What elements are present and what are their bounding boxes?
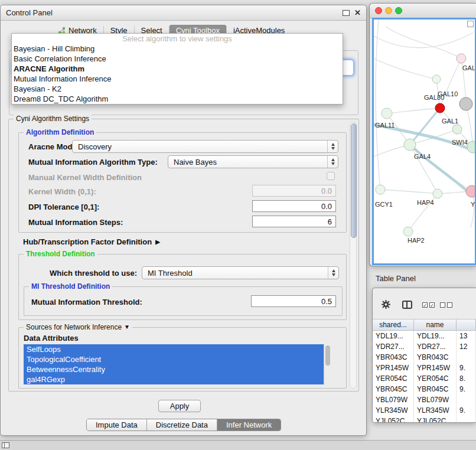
algorithm-definition-title: Algorithm Definition (24, 128, 96, 136)
network-edge[interactable] (374, 58, 436, 79)
table-cell: YPR145W (414, 363, 457, 373)
table-cell: YBR043C (373, 352, 414, 363)
kernel-width-label: Kernel Width (0,1): (28, 187, 96, 196)
tab-infer-network[interactable]: Infer Network (217, 419, 281, 431)
network-node[interactable] (432, 75, 441, 83)
panel-dock-icon[interactable] (2, 442, 9, 448)
table-row[interactable]: YJL052CYJL052C (373, 416, 476, 422)
list-item-selected[interactable]: TopologicalCoefficient (24, 354, 332, 364)
settings-scrollbar-thumb[interactable] (351, 123, 357, 238)
column-header[interactable]: shared... (373, 319, 414, 330)
table-cell: YJL052C (373, 416, 414, 422)
popup-item[interactable]: Bayesian - K2 (12, 84, 343, 94)
network-node[interactable] (457, 54, 466, 63)
table-row[interactable]: YER054CYER054C8. (373, 373, 476, 384)
tab-impute-data[interactable]: Impute Data (87, 419, 146, 431)
mi-type-select[interactable]: Naive Bayes (168, 155, 338, 168)
table-row[interactable]: YBL079WYBL079W (373, 394, 476, 405)
dpi-tolerance-field[interactable]: 0.0 (252, 200, 336, 212)
tab-discretize-data[interactable]: Discretize Data (146, 419, 217, 431)
apply-button[interactable]: Apply (158, 400, 201, 412)
network-canvas[interactable]: GAL GAL80 GAL10 GAL11 GAL1 SWI4 GAL4 GCY… (372, 18, 476, 265)
sources-group-title[interactable]: Sources for Network Inference ▼ (24, 323, 132, 331)
canvas-corner-box[interactable] (467, 21, 474, 27)
hub-definition-toggle[interactable]: Hub/Transcription Factor Definition ▶ (23, 237, 160, 246)
table-row[interactable]: YPR145WYPR145W9. (373, 363, 476, 373)
network-node[interactable] (459, 97, 472, 110)
popup-item[interactable]: Basic Correlation Inference (12, 54, 343, 64)
manual-kernel-checkbox[interactable] (327, 172, 335, 180)
table-cell (457, 352, 476, 363)
close-icon[interactable]: ✕ (354, 9, 361, 17)
close-traffic-light[interactable] (375, 7, 382, 14)
network-node[interactable] (404, 139, 416, 151)
network-node-selected[interactable] (435, 103, 445, 113)
network-node[interactable] (467, 141, 475, 153)
network-node[interactable] (376, 185, 385, 194)
network-edge[interactable] (387, 108, 440, 113)
gear-icon[interactable] (381, 299, 391, 312)
list-item-selected[interactable]: SelfLoops (24, 344, 332, 354)
table-cell: YPR145W (373, 363, 414, 373)
which-threshold-select[interactable]: MI Threshold (142, 266, 339, 279)
table-row[interactable]: YBR045CYBR045C9. (373, 384, 476, 394)
algorithm-dropdown-popup: Select algorithm to view settings Bayesi… (11, 33, 343, 105)
popup-item[interactable]: Mutual Information Inference (12, 74, 343, 84)
list-scrollbar-thumb[interactable] (325, 345, 330, 366)
network-edge[interactable] (374, 32, 473, 48)
data-attributes-list[interactable]: SelfLoops TopologicalCoefficient Between… (24, 344, 332, 384)
zoom-traffic-light[interactable] (395, 7, 402, 14)
network-edge[interactable] (376, 19, 380, 190)
node-label: HAP4 (417, 199, 434, 206)
network-node[interactable] (452, 125, 462, 134)
column-header[interactable] (457, 319, 476, 330)
table-cell (457, 394, 476, 405)
minimize-traffic-light[interactable] (385, 7, 392, 14)
list-item-selected[interactable]: gal4RGexp (24, 374, 332, 384)
popup-item-selected[interactable]: ARACNE Algorithm (12, 64, 343, 74)
list-item-selected[interactable]: BetweennessCentrality (24, 364, 332, 374)
mi-threshold-definition-title: MI Threshold Definition (29, 282, 112, 291)
table-row[interactable]: YBR043CYBR043C (373, 352, 476, 363)
table-row[interactable]: YLR345WYLR345W9. (373, 405, 476, 416)
column-header[interactable]: name (414, 319, 457, 330)
popup-placeholder: Select algorithm to view settings (12, 34, 343, 44)
network-node[interactable] (403, 227, 413, 236)
network-node[interactable] (382, 108, 392, 119)
unchecked-box-icon (440, 302, 445, 308)
mi-type-label: Mutual Information Algorithm Type: (28, 158, 158, 167)
mi-steps-field[interactable]: 6 (252, 216, 336, 227)
mi-threshold-field[interactable]: 0.5 (251, 295, 336, 307)
control-panel-titlebar: Control Panel ✕ (1, 5, 366, 21)
network-graph: GAL GAL80 GAL10 GAL11 GAL1 SWI4 GAL4 GCY… (374, 19, 475, 263)
table-cell: 12 (457, 341, 476, 352)
table-cell: YDL19... (414, 331, 457, 341)
network-node[interactable] (433, 189, 442, 198)
kernel-width-value: 0.0 (321, 187, 332, 195)
table-row[interactable]: YDR27...YDR27...12 (373, 341, 476, 352)
table-panel-window: ✓ ✓ shared... name YDL19...YDL19...13 YD… (372, 288, 476, 423)
mi-steps-label: Mutual Information Steps: (28, 218, 123, 227)
table-row[interactable]: YDL19...YDL19...13 (373, 331, 476, 341)
select-all-columns-icon[interactable]: ✓ ✓ (422, 302, 435, 308)
settings-scrollbar[interactable] (350, 122, 357, 389)
network-window-titlebar (370, 4, 476, 18)
mi-threshold-label: Mutual Information Threshold: (31, 298, 142, 306)
node-label: SWI4 (452, 139, 468, 146)
dpi-tolerance-value: 0.0 (321, 202, 332, 211)
deselect-all-columns-icon[interactable] (440, 302, 452, 308)
column-browser-icon[interactable] (402, 301, 412, 309)
kernel-width-field[interactable]: 0.0 (252, 185, 336, 197)
list-scrollbar[interactable] (324, 344, 332, 384)
network-node[interactable] (466, 185, 475, 197)
network-edge[interactable] (380, 190, 438, 194)
popup-item[interactable]: Dream8 DC_TDC Algorithm (12, 94, 343, 104)
popup-item[interactable]: Bayesian - Hill Climbing (12, 44, 343, 54)
table-cell: YLR345W (373, 405, 414, 416)
float-window-icon[interactable] (343, 10, 350, 16)
aracne-mode-value: Discovery (73, 142, 327, 151)
network-labels: GAL GAL80 GAL10 GAL11 GAL1 SWI4 GAL4 GCY… (375, 64, 475, 244)
network-edge[interactable] (410, 145, 438, 194)
aracne-mode-select[interactable]: Discovery (72, 140, 338, 153)
table-cell: YDL19... (373, 331, 414, 341)
